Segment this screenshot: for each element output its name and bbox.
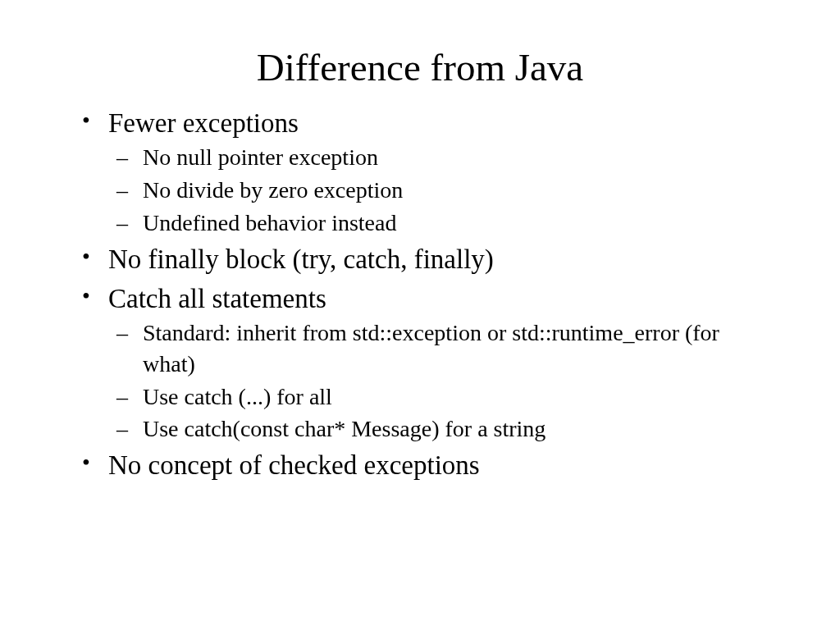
list-item: Catch all statements Standard: inherit f… bbox=[74, 280, 766, 445]
list-item: Undefined behavior instead bbox=[108, 208, 766, 239]
bullet-text: Use catch(const char* Message) for a str… bbox=[143, 416, 546, 441]
list-item: No concept of checked exceptions bbox=[74, 446, 766, 484]
slide-title: Difference from Java bbox=[74, 45, 766, 89]
bullet-text: Undefined behavior instead bbox=[143, 210, 396, 235]
list-item: Standard: inherit from std::exception or… bbox=[108, 317, 766, 380]
list-item: No divide by zero exception bbox=[108, 175, 766, 206]
bullet-list: Fewer exceptions No null pointer excepti… bbox=[74, 104, 766, 484]
bullet-text: No divide by zero exception bbox=[143, 177, 403, 203]
bullet-text: Use catch (...) for all bbox=[143, 384, 332, 409]
bullet-text: Fewer exceptions bbox=[108, 108, 299, 138]
list-item: Use catch(const char* Message) for a str… bbox=[108, 413, 766, 445]
list-item: No null pointer exception bbox=[108, 142, 766, 173]
bullet-text: Standard: inherit from std::exception or… bbox=[143, 320, 719, 377]
sub-bullet-list: Standard: inherit from std::exception or… bbox=[108, 317, 766, 445]
list-item: Use catch (...) for all bbox=[108, 381, 766, 413]
bullet-text: No finally block (try, catch, finally) bbox=[108, 244, 494, 274]
bullet-text: No null pointer exception bbox=[143, 144, 378, 170]
sub-bullet-list: No null pointer exception No divide by z… bbox=[108, 142, 766, 238]
list-item: Fewer exceptions No null pointer excepti… bbox=[74, 104, 766, 239]
bullet-text: No concept of checked exceptions bbox=[108, 450, 480, 480]
bullet-text: Catch all statements bbox=[108, 284, 326, 313]
list-item: No finally block (try, catch, finally) bbox=[74, 240, 766, 278]
